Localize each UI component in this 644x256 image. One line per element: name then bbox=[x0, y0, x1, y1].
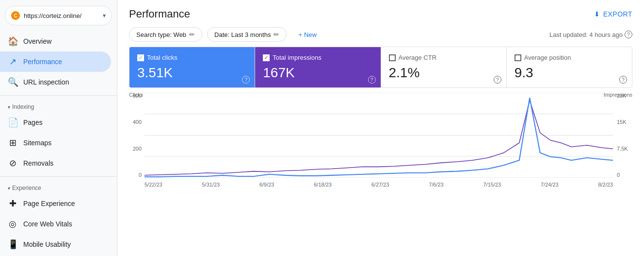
chart-svg bbox=[145, 93, 613, 178]
impressions-line bbox=[145, 100, 613, 175]
sidebar-item-page-experience[interactable]: ✚ Page Experience bbox=[0, 193, 111, 214]
sidebar-item-performance[interactable]: ↗ Performance bbox=[0, 51, 111, 72]
help-icon[interactable]: ? bbox=[368, 76, 376, 84]
removals-icon: ⊘ bbox=[8, 158, 17, 169]
total-clicks-label: Total clicks bbox=[147, 54, 177, 61]
average-ctr-label: Average CTR bbox=[399, 54, 437, 61]
search-type-filter[interactable]: Search type: Web ✏ bbox=[129, 27, 202, 42]
y-axis-right: 23K 15K 7.5K 0 bbox=[615, 93, 632, 178]
total-clicks-value: 3.51K bbox=[137, 65, 247, 81]
page-experience-icon: ✚ bbox=[8, 198, 17, 209]
last-updated: Last updated: 4 hours ago ? bbox=[549, 31, 632, 38]
metric-card-total-clicks[interactable]: ✓ Total clicks 3.51K ? bbox=[129, 47, 255, 87]
total-clicks-checkbox[interactable]: ✓ bbox=[137, 54, 144, 61]
edit-icon: ✏ bbox=[274, 31, 279, 38]
sidebar-item-sitemaps[interactable]: ⊞ Sitemaps bbox=[0, 133, 111, 153]
average-position-value: 9.3 bbox=[515, 65, 624, 81]
page-header: Performance ⬇ EXPORT bbox=[117, 0, 644, 24]
search-type-label: Search type: Web bbox=[136, 31, 186, 38]
y-axis-left: 600 400 200 0 bbox=[129, 93, 144, 178]
home-icon: 🏠 bbox=[8, 36, 17, 47]
sidebar-item-label: Sitemaps bbox=[23, 139, 51, 147]
sidebar-item-pages[interactable]: 📄 Pages bbox=[0, 112, 111, 133]
edit-icon: ✏ bbox=[189, 31, 195, 38]
filter-bar: Search type: Web ✏ Date: Last 3 months ✏… bbox=[117, 24, 644, 47]
clicks-line bbox=[145, 98, 613, 177]
metric-card-average-position[interactable]: Average position 9.3 ? bbox=[507, 47, 632, 87]
core-web-vitals-icon: ◎ bbox=[8, 219, 17, 229]
indexing-section-label: ▾ Indexing bbox=[0, 99, 117, 112]
metric-cards: ✓ Total clicks 3.51K ? ✓ Total impressio… bbox=[129, 47, 632, 88]
divider bbox=[0, 176, 117, 177]
pages-icon: 📄 bbox=[8, 117, 17, 128]
total-impressions-label: Total impressions bbox=[273, 54, 321, 61]
sidebar-item-label: Mobile Usability bbox=[23, 240, 71, 248]
sidebar-item-label: Removals bbox=[23, 159, 53, 167]
help-icon[interactable]: ? bbox=[619, 76, 627, 84]
help-icon[interactable]: ? bbox=[494, 76, 501, 84]
favicon: C bbox=[11, 11, 20, 20]
sidebar-item-label: Performance bbox=[23, 58, 62, 66]
average-position-checkbox[interactable] bbox=[515, 54, 521, 61]
sidebar-item-url-inspection[interactable]: 🔍 URL inspection bbox=[0, 72, 111, 92]
download-icon: ⬇ bbox=[594, 10, 600, 18]
divider bbox=[0, 95, 117, 96]
average-ctr-checkbox[interactable] bbox=[389, 54, 396, 61]
new-filter-label: New bbox=[304, 31, 317, 38]
collapse-icon: ▾ bbox=[8, 186, 10, 191]
sidebar-item-overview[interactable]: 🏠 Overview bbox=[0, 31, 111, 51]
chart-svg-container bbox=[145, 93, 613, 178]
date-label: Date: Last 3 months bbox=[214, 31, 271, 38]
average-position-label: Average position bbox=[524, 54, 571, 61]
x-axis-labels: 5/22/23 5/31/23 6/9/23 6/18/23 6/27/23 7… bbox=[145, 182, 613, 188]
sidebar-item-removals[interactable]: ⊘ Removals bbox=[0, 153, 111, 173]
sidebar-item-label: Page Experience bbox=[23, 200, 75, 207]
sidebar-item-core-web-vitals[interactable]: ◎ Core Web Vitals bbox=[0, 214, 111, 234]
help-icon[interactable]: ? bbox=[242, 76, 250, 84]
sidebar-item-mobile-usability[interactable]: 📱 Mobile Usability bbox=[0, 234, 111, 255]
metric-card-average-ctr[interactable]: Average CTR 2.1% ? bbox=[381, 47, 507, 87]
date-filter[interactable]: Date: Last 3 months ✏ bbox=[207, 27, 287, 42]
new-filter-button[interactable]: + New bbox=[291, 28, 323, 41]
chart-container: Clicks Impressions 600 400 200 0 23K 15K… bbox=[129, 93, 632, 188]
plus-icon: + bbox=[298, 31, 302, 38]
collapse-icon: ▾ bbox=[8, 104, 10, 110]
export-label: EXPORT bbox=[603, 10, 632, 18]
page-title: Performance bbox=[129, 8, 190, 20]
chevron-down-icon: ▾ bbox=[103, 12, 106, 19]
sidebar-item-label: URL inspection bbox=[23, 78, 69, 86]
search-icon: 🔍 bbox=[8, 77, 17, 87]
average-ctr-value: 2.1% bbox=[389, 65, 499, 81]
sidebar: C https://corteiz.online/ ▾ 🏠 Overview ↗… bbox=[0, 0, 117, 256]
export-button[interactable]: ⬇ EXPORT bbox=[594, 10, 632, 18]
experience-section-label: ▾ Experience bbox=[0, 180, 117, 193]
sidebar-item-label: Pages bbox=[23, 119, 43, 126]
main-content: Performance ⬇ EXPORT Search type: Web ✏ … bbox=[117, 0, 644, 256]
mobile-usability-icon: 📱 bbox=[8, 239, 17, 250]
help-icon[interactable]: ? bbox=[625, 31, 632, 38]
chart-area: Clicks Impressions 600 400 200 0 23K 15K… bbox=[117, 88, 644, 256]
sidebar-item-label: Overview bbox=[23, 37, 51, 45]
sitemaps-icon: ⊞ bbox=[8, 137, 17, 148]
performance-icon: ↗ bbox=[8, 56, 17, 67]
url-text: https://corteiz.online/ bbox=[24, 12, 99, 19]
total-impressions-checkbox[interactable]: ✓ bbox=[263, 54, 270, 61]
metric-card-total-impressions[interactable]: ✓ Total impressions 167K ? bbox=[255, 47, 381, 87]
sidebar-item-label: Core Web Vitals bbox=[23, 220, 72, 228]
url-selector[interactable]: C https://corteiz.online/ ▾ bbox=[5, 6, 112, 25]
total-impressions-value: 167K bbox=[263, 65, 372, 81]
